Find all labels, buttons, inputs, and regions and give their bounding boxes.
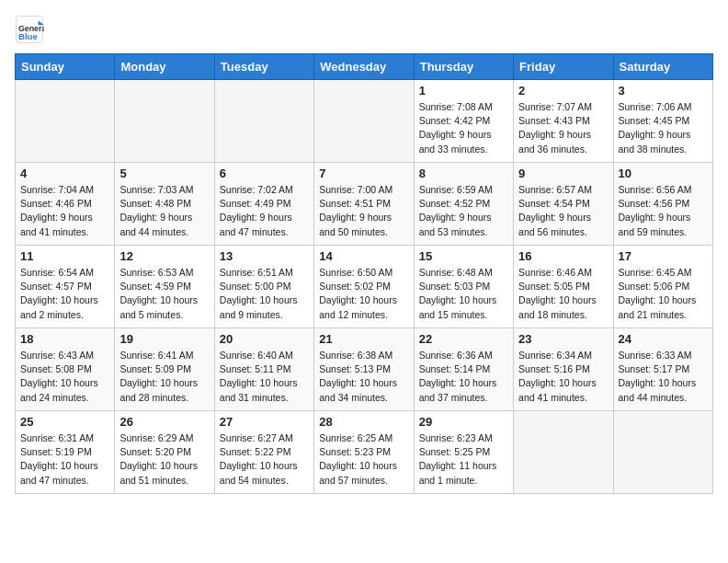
day-number: 4: [20, 167, 109, 180]
calendar-cell: [115, 80, 214, 163]
calendar-cell: 10Sunrise: 6:56 AM Sunset: 4:56 PM Dayli…: [613, 163, 712, 246]
day-info: Sunrise: 6:23 AM Sunset: 5:25 PM Dayligh…: [419, 431, 508, 488]
calendar-cell: 17Sunrise: 6:45 AM Sunset: 5:06 PM Dayli…: [613, 246, 712, 328]
day-number: 8: [419, 167, 508, 180]
calendar-cell: 2Sunrise: 7:07 AM Sunset: 4:43 PM Daylig…: [514, 80, 613, 163]
day-info: Sunrise: 6:53 AM Sunset: 4:59 PM Dayligh…: [119, 266, 209, 322]
calendar-cell: 18Sunrise: 6:43 AM Sunset: 5:08 PM Dayli…: [16, 328, 115, 411]
calendar-cell: 19Sunrise: 6:41 AM Sunset: 5:09 PM Dayli…: [115, 328, 214, 411]
logo: General Blue: [15, 15, 48, 44]
day-number: 15: [419, 249, 508, 263]
day-info: Sunrise: 6:45 AM Sunset: 5:06 PM Dayligh…: [619, 266, 708, 322]
day-number: 12: [119, 249, 209, 263]
day-info: Sunrise: 7:02 AM Sunset: 4:49 PM Dayligh…: [220, 183, 309, 239]
calendar-cell: [514, 411, 613, 494]
calendar-cell: 9Sunrise: 6:57 AM Sunset: 4:54 PM Daylig…: [514, 163, 613, 246]
calendar-cell: 8Sunrise: 6:59 AM Sunset: 4:52 PM Daylig…: [414, 163, 513, 246]
calendar-cell: 12Sunrise: 6:53 AM Sunset: 4:59 PM Dayli…: [115, 246, 214, 328]
day-info: Sunrise: 6:29 AM Sunset: 5:20 PM Dayligh…: [119, 431, 209, 488]
day-number: 28: [319, 415, 408, 429]
calendar-cell: 28Sunrise: 6:25 AM Sunset: 5:23 PM Dayli…: [314, 411, 414, 494]
days-header-row: SundayMondayTuesdayWednesdayThursdayFrid…: [16, 54, 713, 80]
calendar-week-row: 1Sunrise: 7:08 AM Sunset: 4:42 PM Daylig…: [16, 80, 713, 163]
day-number: 22: [419, 332, 508, 346]
day-info: Sunrise: 7:08 AM Sunset: 4:42 PM Dayligh…: [419, 100, 508, 156]
day-number: 6: [220, 167, 309, 180]
calendar-cell: [214, 80, 313, 163]
day-info: Sunrise: 7:07 AM Sunset: 4:43 PM Dayligh…: [518, 100, 608, 156]
day-number: 9: [518, 167, 608, 180]
day-number: 24: [619, 332, 708, 346]
day-info: Sunrise: 6:46 AM Sunset: 5:05 PM Dayligh…: [518, 266, 608, 322]
day-info: Sunrise: 6:43 AM Sunset: 5:08 PM Dayligh…: [20, 349, 109, 405]
calendar-cell: 20Sunrise: 6:40 AM Sunset: 5:11 PM Dayli…: [214, 328, 313, 411]
calendar-cell: 14Sunrise: 6:50 AM Sunset: 5:02 PM Dayli…: [314, 246, 414, 328]
calendar-cell: [16, 80, 115, 163]
calendar-cell: 16Sunrise: 6:46 AM Sunset: 5:05 PM Dayli…: [514, 246, 613, 328]
day-number: 10: [619, 167, 708, 180]
calendar-cell: 23Sunrise: 6:34 AM Sunset: 5:16 PM Dayli…: [514, 328, 613, 411]
logo-icon: General Blue: [15, 15, 44, 44]
day-header-thursday: Thursday: [414, 54, 513, 80]
day-number: 11: [20, 249, 109, 263]
day-header-monday: Monday: [115, 54, 214, 80]
day-info: Sunrise: 6:59 AM Sunset: 4:52 PM Dayligh…: [419, 183, 508, 239]
day-number: 20: [220, 332, 309, 346]
day-info: Sunrise: 6:48 AM Sunset: 5:03 PM Dayligh…: [419, 266, 508, 322]
day-info: Sunrise: 7:06 AM Sunset: 4:45 PM Dayligh…: [619, 100, 708, 156]
day-info: Sunrise: 6:33 AM Sunset: 5:17 PM Dayligh…: [619, 349, 708, 405]
calendar-cell: 6Sunrise: 7:02 AM Sunset: 4:49 PM Daylig…: [214, 163, 313, 246]
calendar-cell: 26Sunrise: 6:29 AM Sunset: 5:20 PM Dayli…: [115, 411, 214, 494]
calendar-week-row: 18Sunrise: 6:43 AM Sunset: 5:08 PM Dayli…: [16, 328, 713, 411]
day-info: Sunrise: 6:51 AM Sunset: 5:00 PM Dayligh…: [220, 266, 309, 322]
day-number: 25: [20, 415, 109, 429]
day-number: 23: [518, 332, 608, 346]
day-info: Sunrise: 7:00 AM Sunset: 4:51 PM Dayligh…: [319, 183, 408, 239]
calendar-cell: 15Sunrise: 6:48 AM Sunset: 5:03 PM Dayli…: [414, 246, 513, 328]
day-number: 13: [220, 249, 309, 263]
day-number: 17: [619, 249, 708, 263]
calendar-cell: 7Sunrise: 7:00 AM Sunset: 4:51 PM Daylig…: [314, 163, 414, 246]
day-number: 21: [319, 332, 408, 346]
day-number: 26: [119, 415, 209, 429]
calendar-week-row: 4Sunrise: 7:04 AM Sunset: 4:46 PM Daylig…: [16, 163, 713, 246]
day-number: 16: [518, 249, 608, 263]
day-info: Sunrise: 6:36 AM Sunset: 5:14 PM Dayligh…: [419, 349, 508, 405]
day-info: Sunrise: 6:40 AM Sunset: 5:11 PM Dayligh…: [220, 349, 309, 405]
day-info: Sunrise: 6:31 AM Sunset: 5:19 PM Dayligh…: [20, 431, 109, 488]
day-info: Sunrise: 6:54 AM Sunset: 4:57 PM Dayligh…: [20, 266, 109, 322]
day-number: 18: [20, 332, 109, 346]
calendar-cell: 3Sunrise: 7:06 AM Sunset: 4:45 PM Daylig…: [613, 80, 712, 163]
day-info: Sunrise: 6:50 AM Sunset: 5:02 PM Dayligh…: [319, 266, 408, 322]
day-info: Sunrise: 7:03 AM Sunset: 4:48 PM Dayligh…: [119, 183, 209, 239]
calendar-cell: 13Sunrise: 6:51 AM Sunset: 5:00 PM Dayli…: [214, 246, 313, 328]
calendar-week-row: 11Sunrise: 6:54 AM Sunset: 4:57 PM Dayli…: [16, 246, 713, 328]
calendar-cell: [314, 80, 414, 163]
day-info: Sunrise: 7:04 AM Sunset: 4:46 PM Dayligh…: [20, 183, 109, 239]
day-number: 3: [619, 84, 708, 98]
day-number: 7: [319, 167, 408, 180]
calendar-cell: 4Sunrise: 7:04 AM Sunset: 4:46 PM Daylig…: [16, 163, 115, 246]
day-number: 14: [319, 249, 408, 263]
day-info: Sunrise: 6:34 AM Sunset: 5:16 PM Dayligh…: [518, 349, 608, 405]
day-number: 5: [119, 167, 209, 180]
calendar-cell: [613, 411, 712, 494]
calendar-cell: 29Sunrise: 6:23 AM Sunset: 5:25 PM Dayli…: [414, 411, 513, 494]
day-number: 2: [518, 84, 608, 98]
day-info: Sunrise: 6:38 AM Sunset: 5:13 PM Dayligh…: [319, 349, 408, 405]
calendar-cell: 27Sunrise: 6:27 AM Sunset: 5:22 PM Dayli…: [214, 411, 313, 494]
day-header-saturday: Saturday: [613, 54, 712, 80]
day-info: Sunrise: 6:57 AM Sunset: 4:54 PM Dayligh…: [518, 183, 608, 239]
day-info: Sunrise: 6:25 AM Sunset: 5:23 PM Dayligh…: [319, 431, 408, 488]
day-header-wednesday: Wednesday: [314, 54, 414, 80]
calendar-week-row: 25Sunrise: 6:31 AM Sunset: 5:19 PM Dayli…: [16, 411, 713, 494]
day-info: Sunrise: 6:41 AM Sunset: 5:09 PM Dayligh…: [119, 349, 209, 405]
calendar-cell: 1Sunrise: 7:08 AM Sunset: 4:42 PM Daylig…: [414, 80, 513, 163]
day-number: 19: [119, 332, 209, 346]
day-number: 29: [419, 415, 508, 429]
day-number: 1: [419, 84, 508, 98]
calendar-table: SundayMondayTuesdayWednesdayThursdayFrid…: [15, 53, 713, 494]
day-header-sunday: Sunday: [16, 54, 115, 80]
day-number: 27: [220, 415, 309, 429]
day-header-tuesday: Tuesday: [214, 54, 313, 80]
